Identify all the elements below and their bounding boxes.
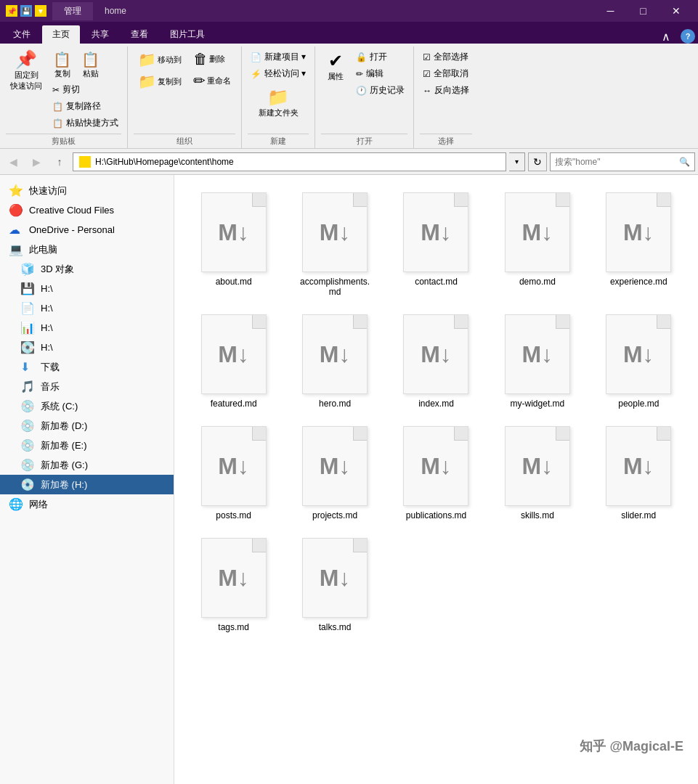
sidebar-item-downloads[interactable]: ⬇ 下载: [0, 357, 174, 377]
tab-picture-tools[interactable]: 图片工具: [160, 25, 215, 44]
sidebar-item-music[interactable]: 🎵 音乐: [0, 377, 174, 396]
file-item-projects-md[interactable]: M↓projects.md: [287, 420, 382, 526]
invert-select-button[interactable]: ↔ 反向选择: [420, 83, 472, 98]
tab-share[interactable]: 共享: [81, 25, 119, 44]
sidebar-item-onedrive[interactable]: ☁ OneDrive - Personal: [0, 220, 174, 240]
easy-access-button[interactable]: ⚡ 轻松访问 ▾: [248, 66, 309, 81]
window-icon-pin: 📌: [6, 5, 17, 17]
sidebar-item-drive-d[interactable]: 💿 新加卷 (D:): [0, 416, 174, 436]
history-button[interactable]: 🕐 历史记录: [353, 83, 407, 98]
minimize-button[interactable]: ─: [594, 0, 627, 22]
sidebar-item-this-pc[interactable]: 💻 此电脑: [0, 240, 174, 259]
ribbon-collapse-arrow[interactable]: ∧: [657, 30, 675, 44]
file-item-contact-md[interactable]: M↓contact.md: [389, 187, 484, 303]
back-button[interactable]: ◀: [3, 152, 23, 172]
search-box[interactable]: 🔍: [550, 152, 695, 171]
paste-button[interactable]: 📋 粘贴: [78, 49, 103, 81]
move-to-button[interactable]: 📁 移动到: [134, 49, 186, 70]
rename-label: 重命名: [207, 75, 231, 86]
h4-drive-label: H:\: [41, 342, 53, 353]
drive-e-label: 新加卷 (E:): [41, 439, 87, 452]
close-button[interactable]: ✕: [660, 0, 692, 22]
sidebar-item-drive-g[interactable]: 💿 新加卷 (G:): [0, 455, 174, 475]
md-icon-text: M↓: [218, 565, 249, 592]
address-dropdown-button[interactable]: ▾: [509, 152, 525, 171]
file-item-index-md[interactable]: M↓index.md: [389, 309, 484, 415]
invert-label: 反向选择: [434, 84, 469, 97]
md-file-icon: M↓: [201, 538, 267, 618]
copy-to-button[interactable]: 📁 复制到: [134, 71, 186, 91]
title-tab1[interactable]: 管理: [52, 2, 93, 20]
file-item-tags-md[interactable]: M↓tags.md: [186, 532, 281, 638]
sidebar-item-creative-cloud[interactable]: 🔴 Creative Cloud Files: [0, 200, 174, 220]
sidebar-item-drive-e[interactable]: 💿 新加卷 (E:): [0, 436, 174, 455]
deselect-all-button[interactable]: ☑ 全部取消: [420, 66, 472, 81]
file-item-my-widget-md[interactable]: M↓my-widget.md: [490, 309, 585, 415]
rename-button[interactable]: ✏ 重命名: [189, 70, 235, 91]
move-to-label: 移动到: [158, 54, 182, 65]
file-item-slider-md[interactable]: M↓slider.md: [591, 420, 686, 526]
new-item-button[interactable]: 📄 新建项目 ▾: [248, 49, 309, 65]
file-item-publications-md[interactable]: M↓publications.md: [389, 420, 484, 526]
file-item-experience-md[interactable]: M↓experience.md: [591, 187, 686, 303]
address-path[interactable]: H:\GitHub\Homepage\content\home: [73, 152, 506, 171]
pin-to-quickaccess-button[interactable]: 📌 固定到快速访问: [6, 49, 46, 93]
search-input[interactable]: [555, 157, 679, 167]
open-button[interactable]: 🔓 打开: [353, 49, 407, 65]
select-all-button[interactable]: ☑ 全部选择: [420, 49, 472, 65]
md-icon-text: M↓: [421, 341, 452, 368]
sidebar-item-drive-c[interactable]: 💿 系统 (C:): [0, 396, 174, 416]
content-area: M↓about.mdM↓accomplishments.mdM↓contact.…: [174, 175, 698, 784]
ribbon-section-new: 📄 新建项目 ▾ ⚡ 轻松访问 ▾ 📁 新建文件夹 新建: [242, 46, 315, 148]
maximize-button[interactable]: □: [627, 0, 660, 22]
file-name-label: projects.md: [312, 510, 357, 520]
sidebar-item-network[interactable]: 🌐 网络: [0, 494, 174, 514]
md-file-icon: M↓: [606, 192, 671, 272]
this-pc-label: 此电脑: [29, 243, 57, 256]
cut-button[interactable]: ✂ 剪切: [49, 82, 121, 97]
copy-button[interactable]: 📋 复制: [49, 49, 75, 81]
file-item-about-md[interactable]: M↓about.md: [186, 187, 281, 303]
file-item-accomplishments-md[interactable]: M↓accomplishments.md: [287, 187, 382, 303]
sidebar-item-3d-objects[interactable]: 🧊 3D 对象: [0, 259, 174, 279]
file-item-featured-md[interactable]: M↓featured.md: [186, 309, 281, 415]
up-button[interactable]: ↑: [49, 152, 70, 172]
tab-view[interactable]: 查看: [121, 25, 158, 44]
sidebar-item-h1[interactable]: 💾 H:\: [0, 279, 174, 298]
network-label: 网络: [29, 498, 48, 511]
ribbon-section-open: ✔ 属性 🔓 打开 ✏ 编辑 🕐 历史记录 打开: [315, 46, 414, 148]
md-file-icon: M↓: [201, 426, 267, 506]
file-item-demo-md[interactable]: M↓demo.md: [490, 187, 585, 303]
md-file-icon: M↓: [403, 314, 468, 394]
md-file-icon: M↓: [505, 192, 570, 272]
tab-file[interactable]: 文件: [3, 25, 41, 44]
edit-button[interactable]: ✏ 编辑: [353, 66, 407, 81]
pin-label: 固定到快速访问: [10, 70, 42, 91]
paste-shortcut-button[interactable]: 📋 粘贴快捷方式: [49, 115, 121, 131]
file-item-people-md[interactable]: M↓people.md: [591, 309, 686, 415]
properties-button[interactable]: ✔ 属性: [321, 49, 350, 83]
file-item-talks-md[interactable]: M↓talks.md: [287, 532, 382, 638]
copy-path-button[interactable]: 📋 复制路径: [49, 99, 121, 114]
sidebar-item-quickaccess[interactable]: ⭐ 快速访问: [0, 181, 174, 200]
refresh-button[interactable]: ↻: [528, 152, 547, 171]
new-folder-button[interactable]: 📁 新建文件夹: [248, 86, 309, 120]
rename-icon: ✏: [193, 72, 206, 89]
search-icon[interactable]: 🔍: [679, 157, 690, 167]
ribbon-help-button[interactable]: ?: [681, 29, 695, 44]
network-icon: 🌐: [9, 497, 23, 511]
sidebar-item-h4[interactable]: 💽 H:\: [0, 338, 174, 357]
delete-button[interactable]: 🗑 删除: [189, 49, 235, 69]
h1-drive-icon: 💾: [20, 282, 35, 295]
edit-icon: ✏: [356, 69, 363, 79]
file-item-hero-md[interactable]: M↓hero.md: [287, 309, 382, 415]
forward-button[interactable]: ▶: [26, 152, 46, 172]
file-item-skills-md[interactable]: M↓skills.md: [490, 420, 585, 526]
tab-home[interactable]: 主页: [42, 25, 80, 44]
history-icon: 🕐: [356, 86, 367, 96]
sidebar-item-h2[interactable]: 📄 H:\: [0, 298, 174, 318]
file-item-posts-md[interactable]: M↓posts.md: [186, 420, 281, 526]
sidebar-item-drive-h[interactable]: 💿 新加卷 (H:): [0, 475, 174, 494]
new-folder-label: 新建文件夹: [259, 107, 299, 118]
sidebar-item-h3[interactable]: 📊 H:\: [0, 318, 174, 338]
